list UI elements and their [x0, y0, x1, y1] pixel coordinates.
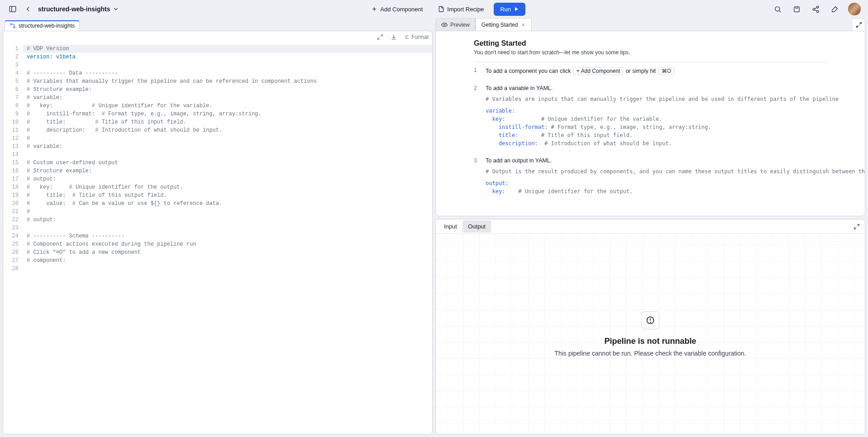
svg-point-10	[816, 10, 818, 12]
pane-right: Preview Getting Started Getting Started …	[435, 18, 868, 437]
svg-line-23	[859, 22, 861, 24]
run-button[interactable]: Run	[494, 3, 525, 16]
share-icon[interactable]	[810, 4, 821, 14]
svg-line-26	[854, 227, 856, 229]
tab-getting-started-label: Getting Started	[482, 22, 518, 28]
tab-preview-label: Preview	[450, 22, 470, 28]
svg-point-13	[10, 24, 12, 25]
gs-subtitle: You don't need to start from scratch—let…	[474, 49, 827, 56]
import-recipe-button[interactable]: Import Recipe	[433, 3, 489, 15]
format-label: Format	[411, 34, 429, 40]
panel-getting-started: Getting Started You don't need to start …	[435, 31, 865, 216]
code-area[interactable]: # VDP Versionversion: v1beta # ---------…	[23, 43, 432, 434]
svg-point-29	[650, 322, 651, 322]
svg-line-12	[815, 10, 817, 11]
eye-icon	[441, 22, 448, 28]
search-icon[interactable]	[772, 4, 783, 14]
plus-icon	[371, 6, 377, 12]
io-error-desc: This pipeline cannot be run. Please chec…	[554, 350, 746, 357]
line-gutter: 1234567891011121314151617181920212223242…	[3, 43, 23, 434]
code-editor[interactable]: 1234567891011121314151617181920212223242…	[3, 43, 432, 434]
tab-preview[interactable]: Preview	[435, 18, 476, 31]
svg-point-5	[775, 6, 779, 11]
svg-point-14	[14, 27, 15, 28]
run-label: Run	[500, 6, 511, 13]
alert-icon	[641, 311, 659, 329]
svg-line-6	[779, 10, 780, 12]
avatar[interactable]	[848, 3, 861, 15]
svg-line-15	[381, 35, 382, 37]
close-icon[interactable]	[520, 22, 526, 28]
tab-output-label: Output	[468, 223, 486, 230]
format-button[interactable]: Format	[404, 34, 429, 40]
format-icon	[404, 34, 410, 40]
io-body: Pipeline is not runnable This pipeline c…	[436, 234, 865, 434]
gs-list: 1To add a component you can click + Add …	[474, 62, 827, 201]
editor-tab[interactable]: structured-web-insights	[5, 20, 80, 31]
publish-icon[interactable]	[829, 4, 840, 14]
top-bar: structured-web-insights Add Component Im…	[0, 0, 868, 18]
svg-point-9	[813, 8, 815, 10]
project-name-label: structured-web-insights	[38, 5, 110, 13]
play-icon	[514, 6, 519, 12]
editor-tabs: structured-web-insights	[3, 18, 433, 31]
file-icon	[438, 6, 444, 12]
chevron-down-icon	[113, 6, 119, 12]
tab-getting-started[interactable]: Getting Started	[476, 18, 532, 31]
maximize-icon[interactable]	[377, 34, 383, 40]
io-error-title: Pipeline is not runnable	[554, 337, 746, 346]
svg-line-11	[815, 7, 817, 9]
workspace: structured-web-insights Format 123456789…	[0, 18, 868, 437]
io-tabs: Input Output	[436, 219, 865, 234]
right-tabs: Preview Getting Started	[435, 18, 865, 31]
import-recipe-label: Import Recipe	[447, 6, 484, 13]
svg-line-16	[378, 38, 380, 39]
back-icon[interactable]	[23, 4, 33, 14]
svg-marker-4	[515, 7, 518, 11]
svg-line-25	[857, 224, 859, 226]
sidebar-toggle-icon[interactable]	[7, 4, 18, 14]
editor-tab-label: structured-web-insights	[19, 23, 75, 29]
pane-editor: structured-web-insights Format 123456789…	[0, 18, 435, 437]
add-component-button[interactable]: Add Component	[366, 3, 428, 15]
expand-io-icon[interactable]	[851, 221, 862, 232]
tab-input[interactable]: Input	[439, 220, 463, 233]
editor-toolbar: Format	[3, 31, 432, 43]
svg-rect-0	[10, 6, 16, 12]
download-icon[interactable]	[391, 34, 397, 40]
tab-output[interactable]: Output	[463, 220, 491, 233]
svg-line-24	[856, 25, 858, 27]
svg-rect-7	[794, 6, 799, 11]
project-name[interactable]: structured-web-insights	[38, 5, 119, 13]
pipeline-icon	[10, 23, 16, 29]
tab-input-label: Input	[444, 223, 457, 230]
expand-right-icon[interactable]	[853, 18, 865, 31]
editor-card: Format 123456789101112131415161718192021…	[3, 31, 433, 434]
save-icon[interactable]	[791, 4, 802, 14]
add-component-label: Add Component	[380, 6, 423, 13]
svg-point-8	[816, 6, 818, 8]
gs-title: Getting Started	[474, 39, 827, 48]
panel-io: Input Output Pipeline is no	[435, 219, 865, 434]
svg-point-20	[444, 24, 445, 26]
